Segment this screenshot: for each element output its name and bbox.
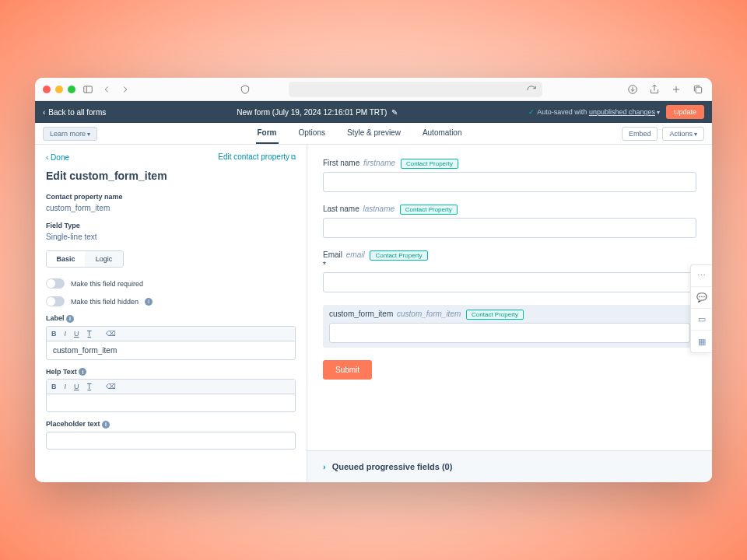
svg-rect-7 (696, 87, 702, 93)
basic-logic-tabs: Basic Logic (46, 250, 124, 268)
toggle-required[interactable] (46, 278, 65, 289)
actions-button[interactable]: Actions▾ (662, 127, 704, 141)
chevron-right-icon: › (323, 462, 326, 471)
nav-back-icon[interactable] (100, 83, 113, 96)
preview-field-custom_form_item[interactable]: custom_form_item custom_form_item Contac… (323, 305, 696, 348)
tab-style-preview[interactable]: Style & preview (345, 123, 402, 144)
help-rail: ⋯ 💬 ▭ ▦ (690, 264, 712, 353)
field-type-value: Single-line text (46, 233, 296, 241)
preview-field-firstname[interactable]: First name firstname Contact Property (323, 159, 696, 192)
external-link-icon: ⧉ (291, 153, 296, 161)
help-text-editor: B I U T̲ ⌫ (46, 379, 296, 412)
placeholder-input[interactable] (46, 432, 296, 450)
form-title: New form (July 19, 2024 12:16:01 PM TRT) (237, 108, 387, 117)
info-icon[interactable]: i (102, 421, 110, 429)
toggle-hidden-label: Make this field hidden (71, 298, 139, 306)
submit-button[interactable]: Submit (323, 360, 372, 380)
main-tabs: Form Options Style & preview Automation (256, 123, 464, 144)
tab-options[interactable]: Options (297, 123, 327, 144)
placeholder-section-label: Placeholder text (46, 420, 100, 428)
browser-chrome (35, 78, 712, 101)
svg-rect-0 (84, 86, 93, 92)
learn-more-button[interactable]: Learn more▾ (43, 127, 97, 141)
prop-name-label: Contact property name (46, 193, 296, 201)
queued-progressive-fields[interactable]: › Queued progressive fields (0) (307, 450, 712, 482)
new-tab-icon[interactable] (670, 83, 682, 96)
queued-label: Queued progressive fields (0) (332, 462, 453, 471)
info-icon[interactable]: i (145, 298, 153, 306)
tabs-overview-icon[interactable] (692, 83, 704, 96)
toggle-hidden[interactable] (46, 296, 65, 306)
update-button[interactable]: Update (666, 105, 704, 119)
shield-icon[interactable] (239, 83, 251, 96)
label-editor: B I U T̲ ⌫ custom_form_item (46, 326, 296, 360)
done-link[interactable]: ‹ Done (46, 153, 69, 162)
label-section-label: Label (46, 314, 65, 322)
main-split: ‹ Done Edit contact property⧉ Edit custo… (35, 145, 712, 482)
italic-icon[interactable]: I (65, 330, 67, 338)
rail-chat-icon[interactable]: 💬 (691, 287, 712, 309)
back-to-forms-link[interactable]: ‹ Back to all forms (43, 108, 106, 117)
autosave-status[interactable]: ✓Auto-saved with unpublished changes▾ (528, 108, 660, 116)
sub-nav-bar: Learn more▾ Form Options Style & preview… (35, 123, 712, 145)
rail-calendar-icon[interactable]: ▦ (691, 331, 712, 352)
field-type-label: Field Type (46, 222, 296, 229)
field-editor-panel: ‹ Done Edit contact property⧉ Edit custo… (35, 145, 307, 482)
app-window: ‹ Back to all forms New form (July 19, 2… (35, 78, 712, 482)
share-icon[interactable] (648, 83, 661, 96)
clear-format-icon[interactable]: ⌫ (106, 383, 116, 390)
rail-window-icon[interactable]: ▭ (691, 309, 712, 331)
help-section-label: Help Text (46, 368, 77, 376)
rte-toolbar: B I U T̲ ⌫ (47, 327, 295, 341)
editor-title: Edit custom_form_item (46, 170, 296, 182)
nav-forward-icon[interactable] (119, 83, 132, 96)
info-icon[interactable]: i (79, 368, 86, 376)
close-window-icon[interactable] (43, 86, 51, 93)
bold-icon[interactable]: B (51, 383, 57, 390)
preview-input[interactable] (323, 172, 696, 192)
help-text-input[interactable] (47, 394, 295, 411)
tab-form[interactable]: Form (256, 123, 279, 144)
tab-automation[interactable]: Automation (421, 123, 464, 144)
edit-contact-property-link[interactable]: Edit contact property⧉ (218, 152, 296, 162)
preview-input[interactable] (323, 272, 696, 292)
prop-name-value: custom_form_item (46, 204, 296, 212)
toggle-required-label: Make this field required (71, 280, 143, 288)
label-input[interactable]: custom_form_item (47, 341, 295, 359)
sidebar-toggle-icon[interactable] (82, 83, 94, 96)
italic-icon[interactable]: I (65, 383, 67, 390)
preview-input[interactable] (329, 323, 690, 343)
fullscreen-window-icon[interactable] (68, 86, 75, 93)
chrome-right-icons (626, 83, 704, 96)
preview-input[interactable] (323, 218, 696, 238)
clear-format-icon[interactable]: ⌫ (106, 330, 116, 338)
reload-icon[interactable] (525, 84, 538, 96)
back-label: Back to all forms (48, 108, 106, 117)
underline-icon[interactable]: U (74, 383, 79, 390)
tab-basic[interactable]: Basic (47, 251, 85, 267)
text-color-icon[interactable]: T̲ (87, 383, 92, 390)
tab-logic[interactable]: Logic (85, 251, 123, 267)
app-header: ‹ Back to all forms New form (July 19, 2… (35, 101, 712, 123)
embed-button[interactable]: Embed (622, 127, 658, 141)
download-icon[interactable] (626, 83, 639, 96)
chevron-left-icon: ‹ (43, 108, 45, 117)
underline-icon[interactable]: U (74, 330, 79, 338)
check-icon: ✓ (528, 108, 535, 116)
form-preview-panel: First name firstname Contact PropertyLas… (307, 145, 712, 482)
preview-field-lastname[interactable]: Last name lastname Contact Property (323, 205, 696, 238)
rte-toolbar: B I U T̲ ⌫ (47, 380, 295, 394)
bold-icon[interactable]: B (51, 330, 57, 338)
info-icon[interactable]: i (66, 315, 74, 323)
traffic-lights (43, 86, 75, 93)
url-bar[interactable] (289, 82, 542, 97)
preview-field-email[interactable]: Email email Contact Property* (323, 250, 696, 292)
edit-title-icon[interactable]: ✎ (391, 108, 398, 117)
chevron-down-icon: ▾ (657, 109, 660, 116)
text-color-icon[interactable]: T̲ (87, 330, 92, 338)
rail-item-1[interactable]: ⋯ (691, 265, 712, 287)
minimize-window-icon[interactable] (55, 86, 63, 93)
